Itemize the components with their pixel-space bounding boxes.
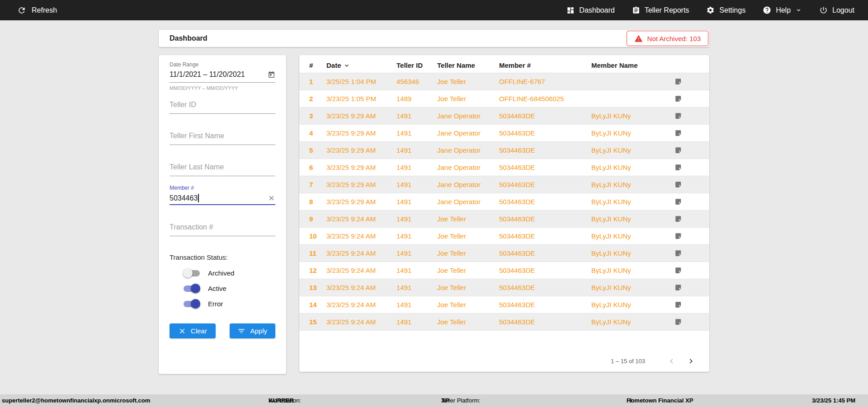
row-teller-name: Joe Teller [437,301,499,309]
col-member-name[interactable]: Member Name [591,61,673,69]
note-icon[interactable] [675,129,682,137]
table-row[interactable]: 7 3/23/25 9:29 AM 1491 Jane Operator 503… [299,176,709,193]
row-teller-name: Joe Teller [437,267,499,274]
table-row[interactable]: 1 3/25/25 1:04 PM 456346 Joe Teller OFFL… [299,73,709,90]
row-member-number: 5034463DE [499,198,591,206]
teller-first-name-input[interactable] [170,132,275,145]
page-title: Dashboard [170,34,208,42]
date-range-field[interactable]: Date Range 11/1/2021 – 11/20/2021 MM/DD/… [170,61,275,91]
row-teller-id: 1491 [396,232,437,240]
note-icon[interactable] [675,284,682,291]
note-icon[interactable] [675,232,682,240]
note-icon[interactable] [675,215,682,223]
row-date: 3/25/25 1:04 PM [326,78,396,85]
row-number: 9 [309,215,326,223]
row-number: 1 [309,78,326,85]
filter-icon [237,327,245,335]
note-icon[interactable] [675,112,682,120]
row-member-number: 5034463DE [499,249,591,257]
row-member-name: ByLyJI KUNy [591,232,673,240]
col-teller-name[interactable]: Teller Name [437,61,499,69]
row-number: 11 [309,249,326,257]
col-teller-id[interactable]: Teller ID [396,61,437,69]
row-member-name: ByLyJI KUNy [591,181,673,188]
pagination: 1 – 15 of 103 [611,356,696,366]
row-teller-name: Joe Teller [437,232,499,240]
reports-icon [632,6,640,14]
table-row[interactable]: 10 3/23/25 9:24 AM 1491 Joe Teller 50344… [299,228,709,245]
note-icon[interactable] [675,198,682,206]
table-row[interactable]: 6 3/23/25 9:29 AM 1491 Jane Operator 503… [299,159,709,176]
next-page-icon[interactable] [686,356,696,366]
table-row[interactable]: 14 3/23/25 9:24 AM 1491 Joe Teller 50344… [299,296,709,313]
sort-chevron-down-icon [343,62,350,69]
row-date: 3/23/25 9:29 AM [326,198,396,206]
table-row[interactable]: 13 3/23/25 9:24 AM 1491 Joe Teller 50344… [299,279,709,296]
nav-settings[interactable]: Settings [706,6,745,14]
not-archived-badge[interactable]: Not Archived: 103 [627,31,708,46]
teller-last-name-input[interactable] [170,163,275,176]
clear-x-icon [178,327,186,335]
row-date: 3/23/25 9:29 AM [326,112,396,120]
row-number: 5 [309,146,326,154]
active-toggle[interactable] [183,284,200,293]
note-icon[interactable] [675,318,682,326]
chevron-down-icon [795,7,802,14]
refresh-button[interactable]: Refresh [0,6,57,15]
table-row[interactable]: 3 3/23/25 9:29 AM 1491 Jane Operator 503… [299,108,709,125]
prev-page-icon[interactable] [667,356,676,366]
row-teller-id: 1491 [396,284,437,291]
nav-help[interactable]: Help [763,6,802,14]
row-number: 10 [309,232,326,240]
note-icon[interactable] [675,249,682,257]
note-icon[interactable] [675,78,682,85]
table-row[interactable]: 11 3/23/25 9:24 AM 1491 Joe Teller 50344… [299,245,709,262]
archived-toggle[interactable] [183,268,200,278]
table-row[interactable]: 4 3/23/25 9:29 AM 1491 Jane Operator 503… [299,125,709,142]
date-range-value: 11/1/2021 – 11/20/2021 [170,70,245,79]
clear-button[interactable]: Clear [170,323,216,338]
error-toggle[interactable] [183,299,200,309]
fi-status: FI: Hometown Financial XP [627,394,693,407]
calendar-icon[interactable] [268,71,275,79]
nav-dashboard[interactable]: Dashboard [566,6,614,14]
row-number: 7 [309,181,326,188]
row-date: 3/23/25 9:24 AM [326,301,396,309]
row-member-number: 5034463DE [499,267,591,274]
row-teller-id: 1491 [396,181,437,188]
note-icon[interactable] [675,181,682,188]
table-row[interactable]: 5 3/23/25 9:29 AM 1491 Jane Operator 503… [299,142,709,159]
note-icon[interactable] [675,164,682,171]
row-date: 3/23/25 9:29 AM [326,129,396,137]
nav-logout[interactable]: Logout [819,6,854,14]
teller-id-input[interactable] [170,101,275,114]
clear-x-icon[interactable] [268,194,275,202]
table-row[interactable]: 15 3/23/25 9:24 AM 1491 Joe Teller 50344… [299,313,709,331]
row-teller-id: 1491 [396,249,437,257]
transaction-number-input[interactable] [170,223,275,236]
row-teller-name: Joe Teller [437,318,499,326]
row-date: 3/23/25 1:05 PM [326,95,396,103]
member-number-field[interactable]: Member # 5034463 [170,185,275,205]
row-member-name: ByLyJI KUNy [591,318,673,326]
apply-button[interactable]: Apply [230,323,276,338]
col-num[interactable]: # [309,61,326,69]
note-icon[interactable] [675,301,682,309]
row-teller-name: Joe Teller [437,249,499,257]
table-row[interactable]: 12 3/23/25 9:24 AM 1491 Joe Teller 50344… [299,262,709,279]
row-member-name: ByLyJI KUNy [591,129,673,137]
table-row[interactable]: 8 3/23/25 9:29 AM 1491 Jane Operator 503… [299,193,709,211]
nav-teller-reports[interactable]: Teller Reports [632,6,689,14]
row-teller-name: Jane Operator [437,164,499,171]
table-row[interactable]: 9 3/23/25 9:24 AM 1491 Joe Teller 503446… [299,211,709,228]
row-teller-id: 1491 [396,301,437,309]
note-icon[interactable] [675,267,682,274]
refresh-icon [17,6,26,15]
table-row[interactable]: 2 3/23/25 1:05 PM 1489 Joe Teller OFFLIN… [299,90,709,108]
note-icon[interactable] [675,146,682,154]
note-icon[interactable] [675,95,682,103]
col-member-number[interactable]: Member # [499,61,591,69]
row-date: 3/23/25 9:24 AM [326,318,396,326]
member-number-label: Member # [170,185,275,191]
col-date[interactable]: Date [326,61,396,69]
